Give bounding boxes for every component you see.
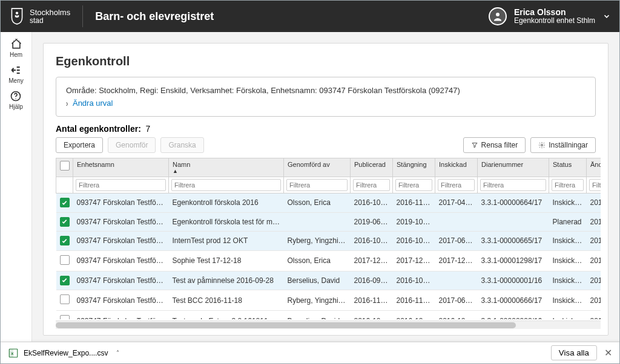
- cell-sub: [435, 212, 478, 232]
- cell-name: Sophie Test 17-12-18: [169, 250, 284, 271]
- cell-name: Test BCC 2016-11-18: [169, 290, 284, 311]
- row-checkbox[interactable]: [60, 315, 70, 319]
- cell-status: Inskickad: [549, 311, 587, 320]
- header-right[interactable]: Erica Olsson Egenkontroll enhet Sthlm: [489, 7, 611, 25]
- cell-dnr: 3.3.1-00001298/17: [478, 250, 549, 271]
- col-published[interactable]: Publicerad: [351, 158, 393, 177]
- clear-filter-label: Rensa filter: [481, 141, 518, 149]
- help-icon: [10, 90, 22, 102]
- count-value: 7: [146, 124, 151, 134]
- horizontal-scrollbar[interactable]: [56, 320, 601, 329]
- filter-summary-box: Område: Stockholm, Regi: Enskild, Verksa…: [56, 77, 596, 117]
- table-row[interactable]: 093747 Förskolan TestförskolaTest prod -…: [56, 311, 601, 320]
- sidebar-item-help[interactable]: Hjälp: [9, 90, 23, 110]
- cell-name: Egenkontroll förskola test för manual: [169, 212, 284, 232]
- row-checkbox[interactable]: [60, 236, 70, 245]
- filter-name[interactable]: [171, 179, 281, 191]
- cell-close: 2017-12-21: [393, 250, 435, 271]
- cell-pub: 2019-06-20: [351, 212, 393, 232]
- filter-sub[interactable]: [438, 179, 475, 191]
- cell-status: Inskickad: [549, 250, 587, 271]
- col-checkbox[interactable]: [56, 158, 73, 177]
- select-all-checkbox[interactable]: [60, 161, 70, 171]
- sidebar-item-home[interactable]: Hem: [10, 38, 22, 58]
- table-row[interactable]: 093747 Förskolan TestförskolaEgenkontrol…: [56, 193, 601, 213]
- cell-by: [284, 212, 351, 232]
- row-checkbox[interactable]: [60, 276, 70, 285]
- cell-by: Berselius, David: [284, 311, 351, 320]
- show-all-button[interactable]: Visa alla: [551, 345, 597, 360]
- col-diarie[interactable]: Diarienummer: [478, 158, 549, 177]
- filter-by[interactable]: [286, 179, 348, 191]
- sidebar-item-menu[interactable]: Meny: [8, 64, 23, 84]
- svg-point-1: [496, 13, 500, 16]
- table-row[interactable]: 093747 Förskolan TestförskolaTest av påm…: [56, 271, 601, 290]
- cell-close: 2016-10-14: [393, 311, 435, 320]
- cell-chg: 2016-10-: [587, 311, 601, 320]
- shell: Hem Meny Hjälp Egenkontroll Område: Stoc…: [1, 32, 619, 342]
- cell-close: 2016-11-18: [393, 290, 435, 311]
- table-row[interactable]: 093747 Förskolan TestförskolaSophie Test…: [56, 250, 601, 271]
- cell-chg: 2019-06-: [587, 212, 601, 232]
- cell-by: Ryberg, Yingzhi Zhu: [284, 232, 351, 251]
- cell-dnr: 3.3.1-00000001/16: [478, 271, 549, 290]
- col-name[interactable]: Namn▲: [169, 158, 284, 177]
- cell-pub: 2017-12-18: [351, 250, 393, 271]
- user-role: Egenkontroll enhet Sthlm: [514, 17, 595, 25]
- col-performed-by[interactable]: Genomförd av: [284, 158, 351, 177]
- col-submitted[interactable]: Inskickad: [435, 158, 478, 177]
- cell-unit: 093747 Förskolan Testförskola: [73, 250, 169, 271]
- row-checkbox[interactable]: [60, 198, 70, 207]
- user-name: Erica Olsson: [514, 8, 595, 17]
- row-checkbox[interactable]: [60, 255, 70, 265]
- table-row[interactable]: 093747 Förskolan TestförskolaEgenkontrol…: [56, 212, 601, 232]
- download-bar: x EkSelfReview_Expo....csv ˄ Visa alla ✕: [1, 342, 619, 363]
- svg-point-0: [16, 12, 18, 15]
- svg-point-3: [16, 99, 16, 99]
- scrollbar-thumb[interactable]: [56, 322, 516, 328]
- filter-unit[interactable]: [76, 179, 166, 191]
- cell-chg: 2017-04-: [587, 193, 601, 213]
- col-changed[interactable]: Ändrad: [587, 158, 601, 177]
- cell-pub: 2016-11-18: [351, 290, 393, 311]
- col-unit[interactable]: Enhetsnamn: [73, 158, 169, 177]
- excel-file-icon: x: [8, 348, 19, 359]
- page-title: Egenkontroll: [44, 54, 608, 77]
- divider: [82, 5, 83, 27]
- main-header: Stockholms stad Barn- och elevregistret …: [1, 1, 619, 32]
- table-row[interactable]: 093747 Förskolan TestförskolaInternTest …: [56, 232, 601, 251]
- settings-button[interactable]: Inställningar: [530, 137, 596, 153]
- filter-icon: [471, 141, 478, 149]
- download-filename: EkSelfReview_Expo....csv: [24, 349, 108, 357]
- col-status[interactable]: Status: [549, 158, 587, 177]
- settings-label: Inställningar: [549, 141, 588, 149]
- row-checkbox[interactable]: [60, 294, 70, 304]
- review-button[interactable]: Granska: [160, 137, 203, 153]
- cell-close: 2016-10-15: [393, 232, 435, 251]
- cell-by: Olsson, Erica: [284, 250, 351, 271]
- chevron-up-icon[interactable]: ˄: [116, 349, 119, 356]
- close-icon[interactable]: ✕: [604, 347, 612, 359]
- cell-close: 2016-10-02: [393, 271, 435, 290]
- cell-unit: 093747 Förskolan Testförskola: [73, 212, 169, 232]
- filter-dnr[interactable]: [480, 179, 546, 191]
- gear-icon: [538, 141, 546, 149]
- cell-name: Egenkontroll förskola 2016: [169, 193, 284, 213]
- filter-status[interactable]: [552, 179, 584, 191]
- filter-pub[interactable]: [353, 179, 390, 191]
- sidebar: Hem Meny Hjälp: [1, 32, 32, 342]
- export-button[interactable]: Exportera: [56, 137, 103, 153]
- clear-filter-button[interactable]: Rensa filter: [463, 137, 526, 153]
- filter-chg[interactable]: [589, 179, 601, 191]
- cell-chg: 2016-10-: [587, 271, 601, 290]
- row-checkbox[interactable]: [60, 217, 70, 227]
- table-row[interactable]: 093747 Förskolan TestförskolaTest BCC 20…: [56, 290, 601, 311]
- filter-close[interactable]: [395, 179, 432, 191]
- perform-button[interactable]: Genomför: [108, 137, 156, 153]
- cell-name: Test prod - Extern 3.0 161011: [169, 311, 284, 320]
- download-item[interactable]: x EkSelfReview_Expo....csv ˄: [8, 348, 119, 359]
- change-selection-link[interactable]: Ändra urval: [73, 99, 113, 108]
- chevron-right-icon: ›: [66, 99, 68, 108]
- chevron-down-icon[interactable]: [602, 12, 611, 21]
- col-closing[interactable]: Stängning: [393, 158, 435, 177]
